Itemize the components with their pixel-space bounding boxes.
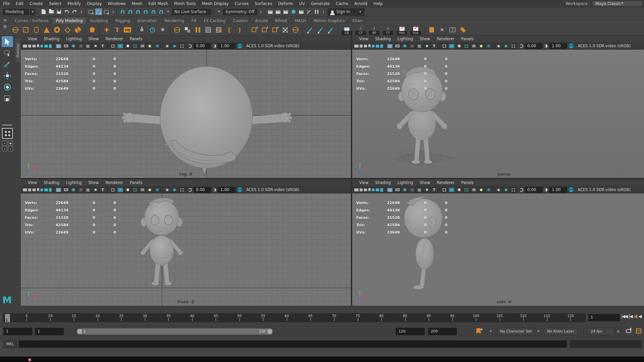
use-all-lights[interactable] — [478, 44, 484, 49]
mel-command-input[interactable] — [19, 341, 567, 348]
textured-mode[interactable] — [463, 44, 470, 49]
vp-menu-lighting[interactable]: Lighting — [63, 37, 85, 41]
vp-menu-view[interactable]: View — [25, 37, 40, 41]
shadows-toggle[interactable] — [154, 187, 160, 192]
vp-menu-show[interactable]: Show — [86, 180, 102, 185]
shelf-poly-disc-button[interactable] — [74, 26, 82, 34]
gate-mask-toggle[interactable] — [409, 44, 415, 49]
gamma-icon[interactable] — [213, 44, 216, 48]
menu-mesh-display[interactable]: Mesh Display — [199, 0, 232, 7]
outliner-tab[interactable]: Outliner — [15, 38, 20, 62]
grease-pencil-icon[interactable] — [380, 188, 383, 192]
shelf-button-bp[interactable]: BP — [369, 25, 380, 35]
caret-icon[interactable]: ▼ — [537, 330, 539, 333]
vp-menu-renderer[interactable]: Renderer — [103, 180, 126, 185]
shelf-tab-arnold[interactable]: Arnold — [252, 18, 271, 24]
character-model-top[interactable] — [120, 61, 294, 178]
shelf-quad-draw-button[interactable] — [316, 26, 324, 34]
shelf-lattice-button[interactable] — [281, 26, 289, 34]
menu-curves[interactable]: Curves — [232, 0, 252, 7]
vp-menu-view[interactable]: View — [356, 180, 371, 185]
shelf-tab-custom[interactable]: Custom — [229, 18, 251, 24]
shelf-snowflake-node-button[interactable]: ✳ — [159, 26, 167, 34]
viewport-front[interactable]: ViewShadingLightingShowRendererPanels T … — [21, 179, 351, 306]
shelf-extrude-button[interactable] — [250, 26, 258, 34]
playback-start-field[interactable]: 1 — [35, 328, 64, 335]
viewport-canvas-side[interactable]: Verts:2264900Edges:4413400Faces:2152000T… — [352, 193, 644, 306]
motion-blur-toggle[interactable] — [171, 187, 178, 192]
smooth-shade-mode[interactable] — [448, 187, 455, 192]
shelf-tab-xgen[interactable]: XGen — [349, 18, 366, 24]
shelf-tab-bifrost[interactable]: Bifrost — [272, 18, 291, 24]
make-live-button[interactable] — [158, 8, 164, 15]
smooth-shade-mode[interactable] — [117, 187, 123, 192]
wireframe-mode[interactable] — [441, 44, 447, 49]
vp-menu-view[interactable]: View — [25, 180, 40, 185]
shelf-tab-sculpting[interactable]: Sculpting — [87, 18, 111, 24]
shelf-flat-plane-button[interactable] — [459, 26, 467, 34]
shelf-tab-animation[interactable]: Animation — [134, 18, 161, 24]
vp-menu-panels[interactable]: Panels — [127, 180, 145, 185]
range-end-handle[interactable] — [268, 329, 272, 334]
shelf-tab-mash[interactable]: MASH — [291, 18, 310, 24]
exposure-icon[interactable] — [520, 188, 523, 192]
shelf-gear-icon[interactable]: ⚙ — [3, 24, 7, 29]
shelf-smooth-button[interactable] — [291, 26, 300, 34]
grease-pencil-icon[interactable] — [49, 188, 52, 192]
exposure-field[interactable]: 0.00 — [194, 43, 211, 49]
rgb-channels-toggle[interactable] — [92, 44, 99, 49]
isolate-select-toggle[interactable] — [179, 44, 185, 49]
color-management-toggle[interactable]: CM — [569, 43, 574, 49]
image-plane-icon[interactable] — [372, 45, 375, 48]
gamma-field[interactable]: 1.00 — [218, 43, 235, 49]
field-chart-toggle[interactable] — [416, 187, 423, 192]
exposure-icon[interactable] — [188, 44, 192, 48]
camera-icon[interactable] — [23, 188, 27, 191]
time-slider[interactable]: 1510152025303540455055606570758085909510… — [3, 313, 586, 322]
shelf-poly-plane-button[interactable] — [63, 26, 71, 34]
rgb-channels-toggle[interactable] — [424, 44, 430, 49]
rgb-channels-toggle[interactable] — [92, 187, 99, 192]
caret-icon[interactable]: ▼ — [490, 330, 492, 333]
shelf-tab-rendering[interactable]: Rendering — [161, 18, 187, 24]
viewport-canvas-front[interactable]: Verts:2264900Edges:4413400Faces:2152000T… — [21, 193, 351, 306]
vp-menu-shading[interactable]: Shading — [372, 37, 394, 41]
image-plane-icon[interactable] — [40, 45, 43, 48]
gamma-field[interactable]: 1.00 — [218, 187, 235, 193]
gate-mask-toggle[interactable] — [77, 187, 84, 192]
use-all-lights[interactable] — [147, 187, 153, 192]
animation-start-field[interactable]: 1 — [3, 328, 32, 335]
grid-toggle[interactable] — [55, 44, 62, 49]
shelf-multi-cut-button[interactable] — [306, 26, 314, 34]
shelf-bridge-button[interactable] — [260, 26, 268, 34]
gamma-field[interactable]: 1.00 — [549, 43, 567, 49]
hypershade-button[interactable] — [290, 8, 297, 15]
shelf-sphere-project-button[interactable] — [173, 26, 181, 34]
checker-material[interactable] — [471, 44, 477, 49]
timeline-playhead[interactable]: 1 — [5, 314, 10, 322]
shelf-button-ft[interactable]: FT — [382, 25, 394, 35]
shelf-tab-fx[interactable]: FX — [188, 18, 200, 24]
vp-menu-view[interactable]: View — [356, 37, 371, 41]
fps-dropdown[interactable]: 24 fps — [588, 328, 615, 335]
vp-menu-panels[interactable]: Panels — [127, 37, 145, 41]
wireframe-on-shaded[interactable] — [456, 187, 462, 192]
step-back-key-button[interactable]: |◀ — [629, 314, 632, 319]
resolution-gate-toggle[interactable] — [70, 187, 76, 192]
wireframe-mode[interactable] — [110, 187, 116, 192]
menu-help[interactable]: Help — [370, 0, 385, 7]
scale-tool-button[interactable] — [2, 93, 13, 104]
layout-single-pane-button[interactable]: + — [2, 141, 7, 145]
motion-blur-toggle[interactable] — [171, 44, 178, 49]
vp-menu-shading[interactable]: Shading — [41, 37, 62, 41]
pan-zoom-icon[interactable] — [376, 188, 379, 191]
field-chart-toggle[interactable] — [416, 44, 423, 49]
camera-icon[interactable] — [23, 45, 27, 48]
shelf-poly-cone-button[interactable] — [43, 26, 51, 34]
shelf-grid-table-button[interactable] — [448, 26, 457, 34]
timeline-grab-handle[interactable] — [0, 314, 2, 322]
shelf-tab-motion-graphics[interactable]: Motion Graphics — [310, 18, 348, 24]
bookmark-icon[interactable] — [37, 188, 39, 192]
animation-end-field[interactable]: 200 — [428, 328, 457, 335]
smooth-shade-mode[interactable] — [448, 44, 455, 49]
